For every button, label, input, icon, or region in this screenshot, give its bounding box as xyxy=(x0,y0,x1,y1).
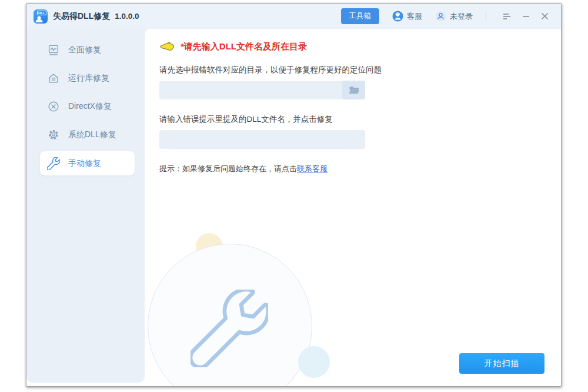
gear-icon xyxy=(47,128,60,141)
login-label: 未登录 xyxy=(450,11,473,22)
app-version: 1.0.0.0 xyxy=(115,12,139,21)
sidebar-item-runtime-repair[interactable]: 运行库修复 xyxy=(40,64,135,92)
minimize-icon xyxy=(522,12,530,20)
circle-x-icon xyxy=(47,100,60,113)
directory-field-label: 请先选中报错软件对应的目录，以便于修复程序更好的定位问题 xyxy=(159,65,561,75)
sidebar-item-manual-repair[interactable]: 手动修复 xyxy=(40,151,135,175)
user-icon xyxy=(435,11,446,22)
notice-row: *请先输入DLL文件名及所在目录 xyxy=(159,41,561,52)
menu-icon xyxy=(503,13,512,20)
app-logo-icon: DLL xyxy=(34,9,48,24)
sidebar-item-label: 系统DLL修复 xyxy=(68,129,116,140)
monitor-pulse-icon xyxy=(47,44,60,57)
customer-service-label: 客服 xyxy=(407,11,422,22)
toolbox-button[interactable]: 工具箱 xyxy=(341,8,380,24)
folder-icon xyxy=(348,85,360,95)
main-panel: *请先输入DLL文件名及所在目录 请先选中报错软件对应的目录，以便于修复程序更好… xyxy=(145,29,561,386)
sidebar-item-directx-repair[interactable]: DirectX修复 xyxy=(40,92,135,121)
logo-person-icon xyxy=(35,16,43,22)
sidebar-item-full-repair[interactable]: 全面修复 xyxy=(40,36,135,64)
customer-service-icon xyxy=(392,11,403,22)
watermark-wrench-icon xyxy=(191,290,268,367)
house-list-icon xyxy=(47,72,60,85)
hint-text: 提示：如果修复后问题始终存在，请点击联系客服 xyxy=(159,164,561,174)
minimize-button[interactable] xyxy=(518,9,533,24)
dll-name-input-wrap xyxy=(159,130,365,149)
sidebar-item-label: 全面修复 xyxy=(68,45,101,55)
customer-service-button[interactable]: 客服 xyxy=(392,11,422,22)
hint-prefix: 提示：如果修复后问题始终存在，请点击 xyxy=(159,164,297,173)
browse-folder-button[interactable] xyxy=(342,81,365,99)
close-button[interactable] xyxy=(537,9,552,24)
wrench-icon xyxy=(47,157,60,170)
sidebar: 全面修复 运行库修复 DirectX修复 系统DLL xyxy=(26,29,145,383)
pointing-hand-icon xyxy=(159,41,175,52)
sidebar-item-system-dll-repair[interactable]: 系统DLL修复 xyxy=(40,121,135,149)
login-button[interactable]: 未登录 xyxy=(435,11,473,22)
dll-name-field-label: 请输入错误提示里提及的DLL文件名，并点击修复 xyxy=(159,114,561,125)
start-scan-button[interactable]: 开始扫描 xyxy=(459,353,544,374)
directory-input[interactable] xyxy=(159,81,342,99)
close-icon xyxy=(541,12,549,20)
dll-name-input[interactable] xyxy=(159,130,365,149)
sidebar-item-label: DirectX修复 xyxy=(68,101,112,112)
contact-service-link[interactable]: 联系客服 xyxy=(297,164,328,173)
app-window: DLL 失易得DLL修复 1.0.0.0 工具箱 客服 xyxy=(26,3,562,387)
sidebar-item-label: 运行库修复 xyxy=(68,73,109,84)
dll-badge: DLL xyxy=(37,11,46,15)
notice-text: *请先输入DLL文件名及所在目录 xyxy=(181,41,307,52)
titlebar: DLL 失易得DLL修复 1.0.0.0 工具箱 客服 xyxy=(26,4,561,29)
app-title: 失易得DLL修复 xyxy=(53,11,110,22)
sidebar-item-label: 手动修复 xyxy=(68,158,101,169)
menu-button[interactable] xyxy=(499,9,514,24)
directory-input-wrap xyxy=(159,81,365,99)
decor-blue-dot xyxy=(298,346,330,378)
titlebar-divider xyxy=(486,12,486,21)
